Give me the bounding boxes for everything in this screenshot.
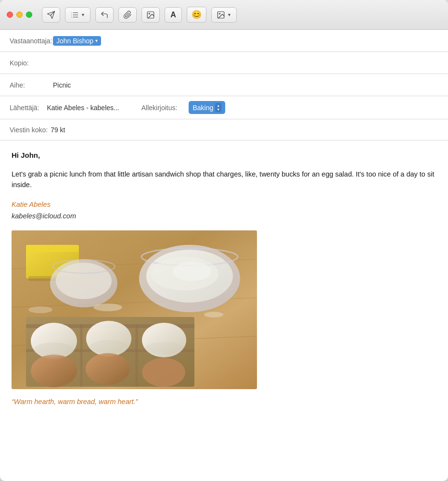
svg-point-43 — [56, 263, 112, 299]
svg-point-45 — [93, 304, 122, 311]
svg-point-29 — [86, 353, 130, 385]
from-value: Katie Abeles - kabeles... — [47, 104, 119, 112]
svg-point-46 — [204, 312, 223, 317]
font-button[interactable]: A — [165, 7, 182, 23]
send-icon — [47, 11, 55, 19]
sig-arrows: ▲ ▼ — [215, 103, 221, 112]
image-icon — [217, 11, 225, 19]
cc-field-row: Kopio: — [0, 52, 448, 74]
toolbar: ▼ A 😊 — [0, 0, 448, 30]
maximize-button[interactable] — [26, 12, 32, 18]
reply-icon — [100, 11, 109, 19]
svg-point-33 — [145, 342, 183, 354]
cc-label: Kopio: — [10, 59, 53, 67]
svg-point-38 — [173, 262, 211, 281]
subject-label: Aihe: — [10, 81, 53, 89]
svg-point-11 — [219, 13, 220, 14]
message-body[interactable]: Hi John, Let's grab a picnic lunch from … — [0, 140, 448, 481]
sig-down-arrow-icon: ▼ — [217, 108, 220, 111]
list-chevron-icon: ▼ — [81, 13, 85, 17]
format-list-button[interactable]: ▼ — [65, 7, 90, 23]
body-greeting: Hi John, — [12, 150, 436, 161]
recipient-chevron-icon: ▾ — [95, 38, 98, 43]
recipient-chip[interactable]: John Bishop ▾ — [53, 36, 101, 46]
size-row: Viestin koko: 79 kt — [0, 119, 448, 140]
compose-area: Vastaanottaja: John Bishop ▾ Kopio: Aihe… — [0, 30, 448, 481]
photo-attach-icon — [146, 11, 155, 19]
emoji-button[interactable]: 😊 — [187, 7, 206, 23]
svg-point-30 — [142, 358, 185, 387]
from-label: Lähettäjä: — [10, 104, 39, 112]
egg-image-svg — [12, 230, 257, 389]
paperclip-icon — [123, 11, 132, 19]
minimize-button[interactable] — [16, 12, 23, 18]
to-value[interactable]: John Bishop ▾ — [53, 36, 438, 46]
sig-email: kabeles@icloud.com — [12, 211, 436, 222]
sender-row: Lähettäjä: Katie Abeles - kabeles... All… — [0, 96, 448, 119]
size-value: 79 kt — [51, 126, 65, 134]
inline-image — [12, 230, 257, 389]
attach-button[interactable] — [118, 7, 137, 23]
svg-point-28 — [31, 354, 77, 387]
sig-name: Katie Abeles — [12, 200, 436, 210]
font-icon: A — [170, 11, 176, 19]
svg-point-32 — [90, 340, 128, 354]
send-button[interactable] — [42, 7, 60, 23]
sig-label: Allekirjoitus: — [141, 104, 178, 112]
quote-text: “Warm hearth, warm bread, warm heart.” — [12, 397, 436, 407]
svg-rect-40 — [26, 245, 79, 252]
image-chevron-icon: ▼ — [227, 13, 231, 17]
list-icon — [70, 11, 79, 19]
size-label: Viestin koko: — [10, 126, 48, 134]
close-button[interactable] — [7, 12, 13, 18]
sig-up-arrow-icon: ▲ — [217, 104, 220, 107]
subject-value[interactable]: Picnic — [53, 81, 71, 89]
sig-select-value: Baking — [192, 104, 213, 112]
traffic-lights — [7, 12, 32, 18]
reply-button[interactable] — [95, 7, 114, 23]
image-insert-button[interactable]: ▼ — [211, 7, 237, 23]
recipient-name: John Bishop — [56, 37, 93, 45]
signature-select[interactable]: Baking ▲ ▼ — [189, 101, 225, 114]
body-paragraph: Let's grab a picnic lunch from that litt… — [12, 169, 436, 190]
to-field-row: Vastaanottaja: John Bishop ▾ — [0, 30, 448, 52]
subject-field-row: Aihe: Picnic — [0, 74, 448, 96]
emoji-icon: 😊 — [192, 10, 202, 20]
svg-point-47 — [28, 306, 52, 313]
photo-attach-button[interactable] — [141, 7, 160, 23]
svg-point-31 — [34, 342, 74, 357]
svg-point-9 — [149, 13, 150, 14]
to-label: Vastaanottaja: — [10, 37, 53, 45]
compose-window: ▼ A 😊 — [0, 0, 448, 481]
